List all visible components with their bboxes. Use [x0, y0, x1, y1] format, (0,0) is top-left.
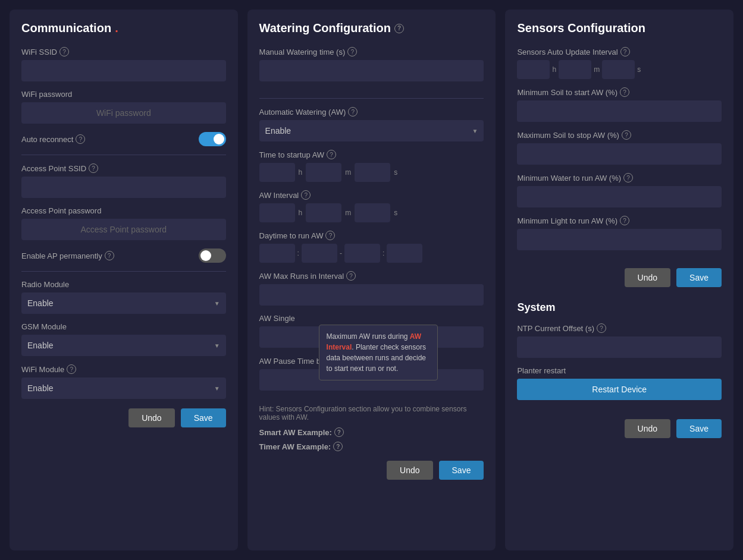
startup-s-input[interactable]: 0 [355, 163, 390, 182]
ntp-help-icon[interactable]: ? [597, 323, 606, 333]
ap-ssid-help-icon[interactable]: ? [89, 163, 98, 173]
min-water-input[interactable]: 0 [517, 186, 722, 207]
update-s-input[interactable]: 0 [602, 60, 635, 79]
auto-reconnect-slider[interactable] [199, 132, 226, 146]
system-btn-row: Undo Save [517, 419, 722, 438]
auto-update-help-icon[interactable]: ? [620, 47, 630, 56]
timer-aw-example: Timer AW Example: ? [259, 442, 484, 451]
gsm-module-select[interactable]: Enable Disable [21, 335, 226, 356]
aw-interval-m-input[interactable]: 0 [306, 203, 341, 222]
restart-device-button[interactable]: Restart Device [517, 379, 722, 400]
ap-password-input[interactable] [21, 219, 226, 240]
aw-interval-h-unit: h [299, 209, 303, 217]
system-section: System NTP Current Offset (s) ? 3600 Pla… [517, 301, 722, 438]
aw-interval-h-input[interactable]: 24 [259, 203, 295, 222]
daytime-dash: - [340, 249, 342, 257]
wifi-ssid-label: WiFi SSID ? [21, 47, 226, 56]
aw-interval-s-input[interactable]: 0 [355, 203, 390, 222]
auto-watering-help-icon[interactable]: ? [348, 107, 358, 117]
max-runs-input[interactable] [259, 284, 484, 306]
auto-watering-wrapper: Enable Disable [259, 120, 484, 141]
max-runs-tooltip: Maximum AW runs during AW Interval. Plan… [319, 325, 438, 380]
communication-panel: Communication. WiFi SSID ? Katherine WiF… [10, 10, 238, 550]
wifi-password-input[interactable] [21, 102, 226, 124]
aw-interval-help-icon[interactable]: ? [301, 190, 311, 200]
wifi-password-label: WiFi password [21, 90, 226, 99]
ap-ssid-input[interactable]: Planter [21, 177, 226, 198]
max-soil-input[interactable]: 65 [517, 143, 722, 165]
update-m-input[interactable]: 0 [559, 60, 591, 79]
sensors-undo-button[interactable]: Undo [625, 268, 670, 287]
watering-title-help-icon[interactable]: ? [394, 24, 404, 33]
ntp-input[interactable]: 3600 [517, 336, 722, 358]
radio-module-select[interactable]: Enable Disable [21, 292, 226, 314]
system-undo-button[interactable]: Undo [625, 419, 670, 438]
wifi-ssid-help-icon[interactable]: ? [59, 47, 69, 56]
wifi-module-help-icon[interactable]: ? [67, 364, 76, 374]
aw-interval-row: 24 h 0 m 0 s [259, 203, 484, 222]
sensors-save-button[interactable]: Save [676, 268, 722, 287]
watering-undo-button[interactable]: Undo [387, 461, 432, 480]
aw-interval-s-unit: s [394, 209, 397, 217]
enable-ap-slider[interactable] [199, 248, 226, 263]
watering-btn-row: Undo Save [259, 461, 484, 480]
wifi-ssid-input[interactable]: Katherine [21, 60, 226, 81]
enable-ap-toggle[interactable] [199, 248, 226, 263]
aw-interval-label: AW Interval ? [259, 190, 484, 200]
auto-reconnect-toggle[interactable] [199, 132, 226, 146]
startup-aw-row: 0 h 5 m 0 s [259, 163, 484, 182]
daytime-row: 7 : 30 - 18 : 00 [259, 244, 484, 263]
min-light-label: Minimum Light to run AW (%) ? [517, 216, 722, 225]
max-soil-help-icon[interactable]: ? [622, 130, 631, 140]
communication-title: Communication. [21, 21, 226, 35]
enable-ap-help-icon[interactable]: ? [105, 251, 114, 260]
sensors-title: Sensors Configuration [517, 21, 722, 35]
startup-h-input[interactable]: 0 [259, 163, 295, 182]
smart-aw-example: Smart AW Example: ? [259, 427, 484, 437]
communication-btn-row: Undo Save [21, 408, 226, 427]
daytime-start-m-input[interactable]: 30 [302, 244, 337, 263]
auto-watering-label: Automatic Watering (AW) ? [259, 107, 484, 117]
manual-time-help-icon[interactable]: ? [347, 47, 357, 56]
min-soil-input[interactable]: 50 [517, 100, 722, 122]
update-h-input[interactable]: 1 [517, 60, 550, 79]
timer-aw-help-icon[interactable]: ? [333, 442, 343, 451]
daytime-end-h-input[interactable]: 18 [344, 244, 380, 263]
auto-reconnect-help-icon[interactable]: ? [76, 134, 85, 144]
startup-aw-help-icon[interactable]: ? [327, 150, 336, 159]
startup-m-unit: m [345, 168, 351, 177]
title-accent: . [115, 21, 118, 35]
wifi-module-label: WiFi Module ? [21, 364, 226, 374]
aw-interval-m-unit: m [345, 209, 351, 217]
manual-time-input[interactable]: 5 [259, 60, 484, 81]
min-soil-help-icon[interactable]: ? [620, 87, 629, 97]
radio-module-wrapper: Enable Disable [21, 292, 226, 314]
smart-aw-help-icon[interactable]: ? [334, 427, 344, 437]
watering-save-button[interactable]: Save [439, 461, 484, 480]
startup-m-input[interactable]: 5 [306, 163, 341, 182]
min-light-input[interactable]: 10 [517, 229, 722, 250]
auto-watering-select[interactable]: Enable Disable [259, 120, 484, 141]
sensors-btn-row: Undo Save [517, 268, 722, 287]
wifi-module-select[interactable]: Enable Disable [21, 377, 226, 399]
system-title: System [517, 301, 722, 314]
max-runs-help-icon[interactable]: ? [346, 271, 356, 281]
daytime-end-m-input[interactable]: 00 [387, 244, 422, 263]
aw-single-label: AW Single [259, 314, 484, 323]
min-light-help-icon[interactable]: ? [620, 216, 629, 225]
min-water-help-icon[interactable]: ? [623, 173, 633, 183]
ap-password-label: Access Point password [21, 206, 226, 215]
daytime-help-icon[interactable]: ? [325, 231, 335, 240]
wifi-module-wrapper: Enable Disable [21, 377, 226, 399]
communication-save-button[interactable]: Save [181, 408, 226, 427]
system-save-button[interactable]: Save [676, 419, 722, 438]
sensors-panel: Sensors Configuration Sensors Auto Updat… [505, 10, 733, 550]
update-m-unit: m [594, 65, 600, 74]
update-h-unit: h [552, 65, 556, 74]
daytime-start-h-input[interactable]: 7 [259, 244, 295, 263]
startup-s-unit: s [394, 168, 397, 177]
min-water-label: Minimum Water to run AW (%) ? [517, 173, 722, 183]
min-soil-label: Minimum Soil to start AW (%) ? [517, 87, 722, 97]
communication-undo-button[interactable]: Undo [128, 408, 174, 427]
enable-ap-row: Enable AP permanently ? [21, 248, 226, 263]
